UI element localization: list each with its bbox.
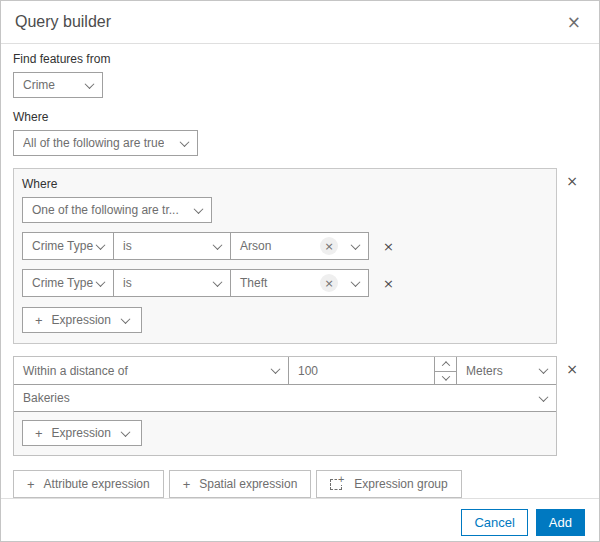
- spatial-condition-row: Within a distance of Meters: [14, 357, 556, 385]
- chevron-down-icon: [96, 240, 106, 250]
- expression-actions: + Attribute expression + Spatial express…: [13, 470, 587, 498]
- unit-select[interactable]: Meters: [456, 357, 556, 384]
- query-builder-dialog: Query builder × Find features from Crime…: [0, 0, 600, 542]
- remove-group-icon[interactable]: ×: [557, 168, 587, 194]
- stepper-up-icon[interactable]: [435, 357, 456, 371]
- group-where-label: Where: [22, 177, 548, 191]
- group-combinator-value: One of the following are tr...: [32, 203, 179, 217]
- operator-select[interactable]: is: [113, 269, 231, 297]
- field-select[interactable]: Crime Type: [22, 232, 114, 260]
- combinator-select-value: All of the following are true: [23, 136, 164, 150]
- expression-group-icon: +: [330, 477, 345, 491]
- spatial-group-row: Within a distance of Meters: [13, 356, 587, 456]
- clear-value-icon[interactable]: ×: [320, 274, 338, 292]
- plus-icon: +: [183, 478, 191, 491]
- dialog-footer: Cancel Add: [1, 498, 599, 542]
- chevron-down-icon: [213, 240, 223, 250]
- stepper-down-icon[interactable]: [435, 371, 456, 385]
- plus-icon: +: [35, 314, 43, 327]
- chevron-down-icon: [213, 277, 223, 287]
- add-button[interactable]: Add: [536, 509, 585, 536]
- spatial-operator-select[interactable]: Within a distance of: [14, 357, 288, 384]
- chevron-down-icon: [539, 364, 549, 374]
- condition-row: Crime Type is Theft × ×: [22, 269, 548, 297]
- expression-group-label: Expression group: [354, 477, 447, 491]
- operator-select-value: is: [123, 276, 132, 290]
- spatial-group-footer: + Expression: [14, 412, 556, 455]
- layer-select-value: Crime: [23, 78, 55, 92]
- combinator-select[interactable]: All of the following are true: [13, 130, 198, 156]
- chevron-down-icon: [96, 277, 106, 287]
- chevron-down-icon: [194, 204, 204, 214]
- unit-select-value: Meters: [466, 364, 503, 378]
- distance-input[interactable]: [289, 357, 434, 384]
- operator-select[interactable]: is: [113, 232, 231, 260]
- where-group-row: Where One of the following are tr... Cri…: [13, 168, 587, 344]
- remove-group-icon[interactable]: ×: [557, 356, 587, 382]
- spatial-operator-value: Within a distance of: [23, 364, 128, 378]
- add-expression-button[interactable]: + Expression: [22, 307, 142, 333]
- layer-select[interactable]: Crime: [13, 72, 103, 98]
- distance-field-wrap: [288, 357, 456, 384]
- dialog-header: Query builder ×: [1, 1, 599, 44]
- add-expression-label: Expression: [52, 426, 111, 440]
- field-select[interactable]: Crime Type: [22, 269, 114, 297]
- plus-icon: +: [27, 478, 35, 491]
- condition-row: Crime Type is Arson × ×: [22, 232, 548, 260]
- remove-condition-icon[interactable]: ×: [383, 276, 394, 291]
- where-label: Where: [13, 110, 587, 124]
- where-group: Where One of the following are tr... Cri…: [13, 168, 557, 344]
- distance-stepper: [434, 357, 456, 384]
- value-select[interactable]: Arson ×: [230, 232, 369, 260]
- field-select-value: Crime Type: [32, 239, 93, 253]
- find-features-label: Find features from: [13, 52, 587, 66]
- chevron-down-icon: [351, 240, 361, 250]
- target-layer-select[interactable]: Bakeries: [14, 385, 556, 412]
- cancel-button[interactable]: Cancel: [461, 509, 527, 536]
- attribute-expression-label: Attribute expression: [44, 477, 150, 491]
- remove-condition-icon[interactable]: ×: [383, 239, 394, 254]
- chevron-down-icon: [271, 364, 281, 374]
- operator-select-value: is: [123, 239, 132, 253]
- spatial-group: Within a distance of Meters: [13, 356, 557, 456]
- close-icon[interactable]: ×: [563, 12, 585, 33]
- dialog-body: Find features from Crime Where All of th…: [1, 44, 599, 498]
- chevron-down-icon: [85, 79, 95, 89]
- add-expression-group-button[interactable]: + Expression group: [316, 470, 461, 498]
- plus-icon: +: [35, 427, 43, 440]
- field-select-value: Crime Type: [32, 276, 93, 290]
- add-attribute-expression-button[interactable]: + Attribute expression: [13, 470, 164, 498]
- add-expression-button[interactable]: + Expression: [22, 420, 142, 446]
- add-spatial-expression-button[interactable]: + Spatial expression: [169, 470, 312, 498]
- group-combinator-select[interactable]: One of the following are tr...: [22, 197, 212, 223]
- chevron-down-icon: [180, 137, 190, 147]
- clear-value-icon[interactable]: ×: [320, 237, 338, 255]
- chevron-down-icon: [539, 392, 549, 402]
- target-layer-value: Bakeries: [23, 391, 70, 405]
- value-select-value: Arson: [240, 239, 271, 253]
- value-select-value: Theft: [240, 276, 267, 290]
- dialog-title: Query builder: [15, 13, 111, 31]
- add-expression-label: Expression: [52, 313, 111, 327]
- value-select[interactable]: Theft ×: [230, 269, 369, 297]
- chevron-down-icon: [121, 427, 131, 437]
- chevron-down-icon: [121, 314, 131, 324]
- chevron-down-icon: [351, 277, 361, 287]
- spatial-expression-label: Spatial expression: [199, 477, 297, 491]
